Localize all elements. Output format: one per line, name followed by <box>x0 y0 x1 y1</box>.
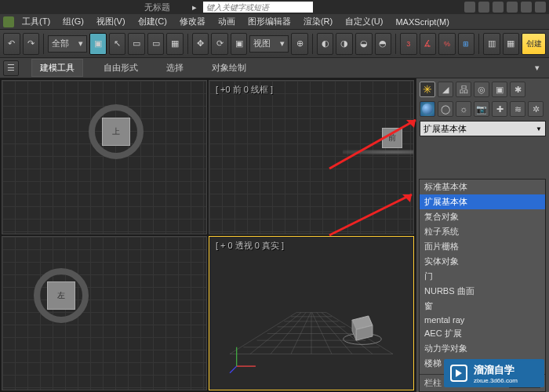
tab-freeform[interactable]: 自由形式 <box>96 60 146 76</box>
select-button[interactable]: ↖ <box>109 33 126 55</box>
coord-dropdown[interactable]: 视图▾ <box>249 35 289 53</box>
select-name-button[interactable]: ▭ <box>128 33 145 55</box>
close-icon[interactable] <box>535 2 546 13</box>
motion-tab-icon[interactable]: ◎ <box>474 82 489 97</box>
rotate-button[interactable]: ⟳ <box>211 33 228 55</box>
opt-standard[interactable]: 标准基本体 <box>420 180 545 194</box>
menu-bar: 工具(T) 组(G) 视图(V) 创建(C) 修改器 动画 图形编辑器 渲染(R… <box>0 14 549 30</box>
ribbon-bar: ☰ 建模工具 自由形式 选择 对象绘制 ▾ <box>0 58 549 78</box>
spacewarps-icon[interactable]: ≋ <box>510 101 525 117</box>
min-icon[interactable] <box>521 2 532 13</box>
menu-graph[interactable]: 图形编辑器 <box>243 14 296 29</box>
tab-select[interactable]: 选择 <box>158 60 191 76</box>
array-button[interactable]: ▦ <box>503 33 520 55</box>
display-tab-icon[interactable]: ▣ <box>492 82 507 97</box>
help-icon[interactable] <box>464 2 475 13</box>
shadow-icon <box>343 150 414 154</box>
opt-particles[interactable]: 粒子系统 <box>420 224 545 239</box>
cube-top: 上 <box>102 118 130 146</box>
category-dropdown[interactable]: 扩展基本体 ▼ <box>420 121 546 136</box>
opt-body[interactable]: 实体对象 <box>420 254 545 269</box>
spinner-snap-button[interactable]: ◓ <box>375 33 392 55</box>
star-icon[interactable] <box>493 2 504 13</box>
menu-tools[interactable]: 工具(T) <box>17 14 55 29</box>
menu-create[interactable]: 创建(C) <box>133 14 172 29</box>
undo-button[interactable]: ↶ <box>3 33 20 55</box>
perspective-grid <box>209 237 413 390</box>
viewport-left[interactable]: 左 <box>2 236 207 390</box>
opt-extended[interactable]: 扩展基本体 <box>420 194 545 209</box>
viewport-front-label: [ +0 前 0 线框 ] <box>216 84 273 96</box>
window-title: 无标题 <box>144 2 170 13</box>
modify-tab-icon[interactable]: ◢ <box>438 82 453 97</box>
select-region-button[interactable]: ▭ <box>147 33 165 55</box>
viewports: 上 [ +0 前 0 线框 ] 前 左 [ + 0 透视 0 真实 ] <box>0 78 416 392</box>
main-toolbar: ↶ ↷ 全部▾ ▣ ↖ ▭ ▭ ▦ ✥ ⟳ ▣ 视图▾ ⊕ ◐ ◑ ◒ ◓ 3 … <box>0 30 549 58</box>
angle-icon[interactable]: ∡ <box>420 33 437 55</box>
window-crossing-button[interactable]: ▦ <box>166 33 184 55</box>
app-icon[interactable] <box>3 16 14 27</box>
lights-icon[interactable]: ☼ <box>456 101 471 117</box>
select-filter-button[interactable]: ▣ <box>89 33 107 55</box>
menu-anim[interactable]: 动画 <box>213 14 240 29</box>
shapes-icon[interactable]: ◯ <box>438 101 453 117</box>
opt-windows[interactable]: 窗 <box>420 299 545 314</box>
opt-compound[interactable]: 复合对象 <box>420 209 545 224</box>
svg-line-19 <box>230 366 237 373</box>
opt-dynamics[interactable]: 动力学对象 <box>420 341 545 356</box>
move-button[interactable]: ✥ <box>192 33 209 55</box>
title-bar: 无标题 ▸ <box>0 0 549 14</box>
geometry-icon[interactable] <box>420 101 435 117</box>
watermark-brand: 溜溜自学 <box>474 363 518 377</box>
percent-button[interactable]: % <box>438 33 456 55</box>
helpers-icon[interactable]: ✚ <box>492 101 507 117</box>
snap-3-button[interactable]: 3 <box>400 33 417 55</box>
percent-snap-button[interactable]: ◒ <box>355 33 373 55</box>
menu-view[interactable]: 视图(V) <box>92 14 130 29</box>
opt-patch[interactable]: 面片栅格 <box>420 239 545 254</box>
ribbon-toggle-icon[interactable]: ☰ <box>3 60 19 76</box>
cameras-icon[interactable]: 📷 <box>474 101 489 117</box>
opt-aec[interactable]: AEC 扩展 <box>420 326 545 341</box>
grid-icon <box>2 237 206 390</box>
cloud-icon[interactable] <box>507 2 518 13</box>
hierarchy-tab-icon[interactable]: 品 <box>456 82 471 97</box>
align-button[interactable]: ⊞ <box>458 33 475 55</box>
svg-line-8 <box>230 313 296 354</box>
info-icon[interactable] <box>478 2 489 13</box>
redo-button[interactable]: ↷ <box>23 33 40 55</box>
menu-custom[interactable]: 自定义(U) <box>340 14 387 29</box>
cube-front: 前 <box>382 128 402 148</box>
pivot-button[interactable]: ⊕ <box>291 33 308 55</box>
opt-mental[interactable]: mental ray <box>420 314 545 326</box>
tab-modeling[interactable]: 建模工具 <box>31 59 83 77</box>
menu-group[interactable]: 组(G) <box>58 14 89 29</box>
menu-render[interactable]: 渲染(R) <box>299 14 337 29</box>
mirror-button[interactable]: ▥ <box>483 33 500 55</box>
play-icon <box>450 365 467 382</box>
systems-icon[interactable]: ✲ <box>528 101 544 117</box>
search-box[interactable] <box>203 2 313 13</box>
utilities-tab-icon[interactable]: ✱ <box>510 82 525 97</box>
create-button[interactable]: 创建 <box>522 33 546 55</box>
title-caret-icon: ▸ <box>192 2 197 13</box>
opt-doors[interactable]: 门 <box>420 269 545 284</box>
ribbon-expand-icon[interactable]: ▾ <box>535 63 546 74</box>
watermark-logo: 溜溜自学 zixue.3d66.com <box>444 359 544 387</box>
viewport-perspective[interactable]: [ + 0 透视 0 真实 ] <box>209 236 414 390</box>
snap-button[interactable]: ◐ <box>317 33 334 55</box>
menu-modifier[interactable]: 修改器 <box>175 14 210 29</box>
viewport-top[interactable]: 上 <box>2 80 207 234</box>
cube-left: 左 <box>47 281 75 310</box>
scale-button[interactable]: ▣ <box>231 33 248 55</box>
grid-icon <box>2 81 206 234</box>
menu-script[interactable]: MAXScript(M) <box>391 16 453 28</box>
search-input[interactable] <box>203 2 313 13</box>
tab-paint[interactable]: 对象绘制 <box>204 60 254 76</box>
grid-icon <box>209 81 413 234</box>
angle-snap-button[interactable]: ◑ <box>336 33 353 55</box>
viewport-front[interactable]: [ +0 前 0 线框 ] 前 <box>209 80 414 234</box>
selection-set-dropdown[interactable]: 全部▾ <box>48 35 87 53</box>
create-tab-icon[interactable]: ✳ <box>420 82 435 97</box>
opt-nurbs[interactable]: NURBS 曲面 <box>420 284 545 299</box>
